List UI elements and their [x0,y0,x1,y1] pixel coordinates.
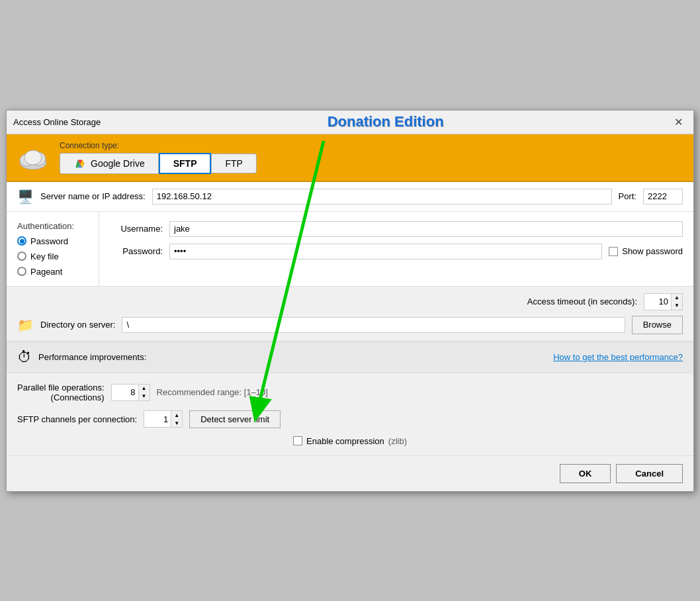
server-icon: 🖥️ [17,189,34,205]
password-input[interactable] [169,244,602,259]
parallel-range-label: Recommended range: [1–10] [157,387,268,397]
show-password-checkbox[interactable] [609,247,618,256]
sftp-channels-up-button[interactable]: ▲ [171,411,182,419]
auth-label: Authentication: [17,221,88,231]
radio-keyfile[interactable] [17,252,26,261]
dialog-footer: OK Cancel [7,455,693,491]
server-label: Server name or IP address: [40,191,146,201]
parallel-label: Parallel file operations: (Connections) [17,383,105,402]
auth-option-keyfile[interactable]: Key file [17,252,88,261]
perf-left: ⏱ Performance improvements: [17,349,146,366]
auth-option-pageant[interactable]: Pageant [17,267,88,277]
server-row: 🖥️ Server name or IP address: Port: [7,182,693,212]
username-input[interactable] [169,221,683,237]
connection-buttons: Google Drive SFTP FTP [60,153,683,174]
cloud-icon [17,146,49,169]
auth-area: Authentication: Password Key file Pagean… [7,212,693,287]
auth-option-password[interactable]: Password [17,236,88,246]
radio-password[interactable] [17,236,26,246]
parallel-ops-row: Parallel file operations: (Connections) … [17,383,683,402]
close-button[interactable]: ✕ [670,115,687,130]
timeout-row: Access timeout (in seconds): ▲ ▼ [17,293,683,310]
performance-body: Parallel file operations: (Connections) … [7,373,693,455]
parallel-spinner-buttons: ▲ ▼ [138,385,150,400]
server-input[interactable] [152,189,612,205]
detect-server-limit-button[interactable]: Detect server limit [189,410,281,428]
auth-password-label: Password [30,236,68,246]
directory-input[interactable] [122,317,625,333]
show-password-label: Show password [622,246,683,256]
performance-icon: ⏱ [17,349,32,366]
sftp-label: SFTP [173,158,197,169]
ftp-label: FTP [225,158,242,169]
sftp-channels-spinner: ▲ ▼ [144,410,183,428]
sftp-channels-down-button[interactable]: ▼ [171,419,182,427]
sftp-channels-row: SFTP channels per connection: ▲ ▼ Detect… [17,410,683,428]
timeout-label: Access timeout (in seconds): [527,297,637,306]
sftp-channels-spinner-buttons: ▲ ▼ [171,411,182,427]
directory-row: 📁 Directory on server: Browse [17,316,683,334]
auth-right: Username: Password: Show password [99,212,693,286]
timeout-spinner: ▲ ▼ [644,293,683,310]
parallel-up-button[interactable]: ▲ [139,385,150,393]
password-row: Password: Show password [110,244,683,259]
title-bar: Access Online Storage Donation Edition ✕ [7,111,693,134]
compression-row: Enable compression (zlib) [17,436,683,446]
directory-area: Access timeout (in seconds): ▲ ▼ 📁 Direc… [7,287,693,342]
username-row: Username: [110,221,683,237]
app-title: Access Online Storage [13,117,101,127]
connection-type-label: Connection type: [60,141,683,150]
port-input[interactable] [643,189,683,205]
ok-button[interactable]: OK [560,464,611,483]
donation-title: Donation Edition [328,113,444,130]
performance-label: Performance improvements: [38,352,146,362]
directory-label: Directory on server: [40,320,115,330]
compression-checkbox[interactable] [293,436,302,445]
performance-link[interactable]: How to get the best performance? [553,352,683,362]
sftp-channels-label: SFTP channels per connection: [17,414,137,424]
google-drive-button[interactable]: Google Drive [60,153,159,174]
folder-icon: 📁 [17,317,34,333]
connection-type-area: Connection type: Google Drive [60,141,683,174]
performance-header: ⏱ Performance improvements: How to get t… [7,342,693,373]
auth-pageant-label: Pageant [30,267,62,277]
timeout-spinner-buttons: ▲ ▼ [671,294,682,310]
timeout-down-button[interactable]: ▼ [672,302,682,310]
auth-left: Authentication: Password Key file Pagean… [7,212,99,286]
ftp-button[interactable]: FTP [211,154,256,173]
cancel-button[interactable]: Cancel [616,464,683,483]
google-drive-label: Google Drive [91,158,145,169]
header-bar: Connection type: Google Drive [7,134,693,182]
browse-button[interactable]: Browse [632,316,683,334]
radio-pageant[interactable] [17,267,26,276]
auth-keyfile-label: Key file [30,252,59,261]
parallel-input[interactable] [112,385,138,400]
port-label: Port: [619,191,636,201]
show-password-area: Show password [609,246,683,256]
sftp-channels-input[interactable] [144,411,171,427]
username-label: Username: [110,224,163,234]
compression-suffix: (zlib) [388,436,407,446]
sftp-button[interactable]: SFTP [159,153,212,174]
password-label: Password: [110,246,163,256]
parallel-spinner: ▲ ▼ [111,384,150,401]
timeout-input[interactable] [644,294,671,310]
main-dialog: Access Online Storage Donation Edition ✕… [6,110,694,492]
compression-label: Enable compression [306,436,384,446]
parallel-down-button[interactable]: ▼ [139,393,150,400]
timeout-up-button[interactable]: ▲ [672,294,682,302]
svg-point-3 [24,150,42,165]
